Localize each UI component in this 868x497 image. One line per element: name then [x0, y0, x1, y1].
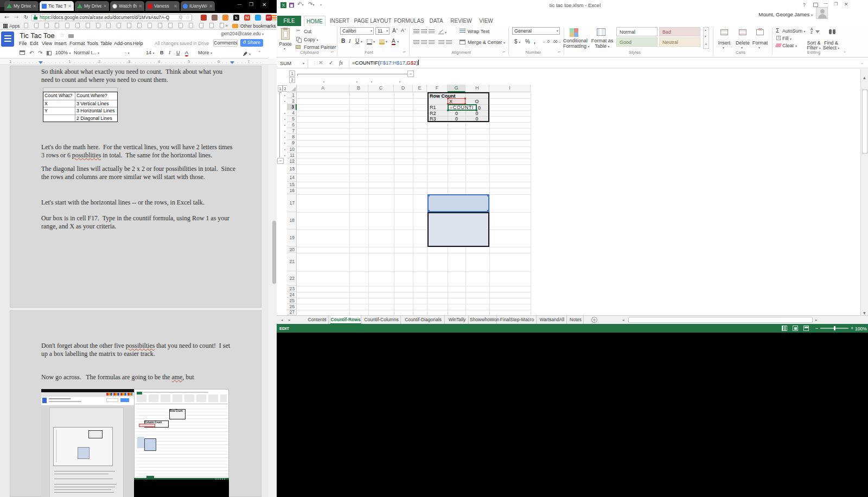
increase-font-icon[interactable]: A˄: [392, 28, 398, 34]
sheet-tab-showwhowon[interactable]: ShowwhoWon: [470, 316, 497, 324]
font-name-select[interactable]: Calibri▾: [340, 27, 374, 35]
chrome-minimize-button[interactable]: —: [237, 2, 242, 7]
column-outline-level-2[interactable]: 2: [289, 77, 295, 83]
bookmark-item[interactable]: [148, 23, 152, 28]
column-header-G[interactable]: G: [448, 85, 465, 92]
criteria-range-highlight-g2[interactable]: X: [448, 98, 465, 104]
orientation-arrow[interactable]: ▾: [445, 30, 446, 34]
cell-f4[interactable]: R2: [430, 111, 436, 116]
browser-tab-watch-th[interactable]: Watch th✕: [110, 1, 144, 11]
select-all-corner[interactable]: [287, 85, 297, 92]
bookmark-star-icon[interactable]: ☆: [186, 15, 190, 20]
scroll-down-icon[interactable]: ▼: [863, 311, 866, 315]
editing-cell-g3[interactable]: =COUNTI: [448, 104, 477, 111]
sheet-tab-countif-columns[interactable]: Countif-Columns: [362, 316, 401, 324]
format-button[interactable]: Format: [750, 40, 770, 46]
bookmark-item[interactable]: [86, 23, 90, 28]
help-icon[interactable]: ?: [803, 2, 806, 8]
doc-scrollbar[interactable]: [268, 65, 277, 497]
conditional-formatting-button[interactable]: Conditional: [563, 38, 587, 43]
row-header-21[interactable]: 21: [287, 253, 297, 271]
comments-button[interactable]: Comments: [213, 39, 238, 47]
bookmark-item[interactable]: [34, 23, 39, 28]
column-header-B[interactable]: B: [349, 85, 368, 92]
alignment-dialog-launcher[interactable]: ⌐: [502, 50, 506, 54]
browser-tab-tic-tac-t[interactable]: Tic Tac T✕: [40, 1, 74, 11]
back-icon[interactable]: ←: [4, 15, 9, 20]
decrease-indent-icon[interactable]: [438, 40, 444, 45]
tab-close-icon[interactable]: ✕: [103, 4, 107, 9]
text-color-button[interactable]: A: [185, 49, 188, 56]
doc-page-1[interactable]: Count What?Count Where?X3 Vertical Lines…: [10, 66, 261, 308]
extension-icon-1[interactable]: [201, 15, 207, 21]
extension-icon-3[interactable]: [222, 15, 228, 21]
redo-icon[interactable]: ↷: [38, 50, 42, 56]
increase-decimal-button[interactable]: ←.0: [542, 40, 550, 43]
document-canvas[interactable]: Count What?Count Where?X3 Vertical Lines…: [0, 65, 268, 497]
row-header-15[interactable]: 15: [287, 182, 297, 188]
styles-gallery-scroll[interactable]: ▴▾≡: [703, 27, 709, 49]
sheet-tab-finalstep-macro[interactable]: FinalStep-Macro: [498, 316, 537, 324]
insert-arrow[interactable]: ▾: [723, 46, 724, 49]
bookmark-item[interactable]: [117, 23, 121, 28]
decrease-decimal-button[interactable]: .00→: [552, 40, 561, 43]
font-dialog-launcher[interactable]: ⌐: [403, 50, 406, 54]
right-indent-marker[interactable]: [230, 61, 234, 64]
clipboard-dialog-launcher[interactable]: ⌐: [331, 50, 334, 54]
row-header-16[interactable]: 16: [287, 188, 297, 194]
browser-tab-my-drive[interactable]: My Drive✕: [4, 1, 39, 11]
ribbon-tab-formulas[interactable]: FORMULAS: [394, 16, 424, 26]
sheet-tab-countif-rows[interactable]: Countif-Rows: [330, 316, 361, 324]
font-size-select[interactable]: 11▾: [375, 27, 390, 35]
tab-close-icon[interactable]: ✕: [68, 4, 72, 9]
browser-tab-vaness[interactable]: Vaness✕: [145, 1, 180, 11]
underline-button[interactable]: U: [176, 49, 180, 56]
name-box[interactable]: SUM▾: [277, 59, 308, 68]
row-header-4[interactable]: 4: [287, 110, 297, 116]
bookmark-item[interactable]: [24, 23, 28, 28]
format-arrow[interactable]: ▾: [758, 46, 760, 49]
conditional-formatting-label2[interactable]: Formatting ▾: [563, 43, 587, 49]
column-header-I[interactable]: I: [489, 85, 531, 92]
font-size-select[interactable]: 14 ▾: [146, 49, 155, 56]
left-indent-marker[interactable]: [39, 61, 43, 64]
docs-menu-edit[interactable]: Edit: [30, 41, 39, 46]
print-icon[interactable]: [20, 50, 25, 55]
clear-button[interactable]: Clear ▾: [782, 43, 797, 48]
docs-menu-file[interactable]: File: [19, 41, 27, 46]
zoom-level[interactable]: 100%: [855, 326, 867, 332]
format-as-table-label2[interactable]: Table ▾: [590, 43, 614, 49]
cell-g5[interactable]: 0: [448, 116, 465, 122]
font-select[interactable]: - ▾: [125, 49, 130, 56]
tab-close-icon[interactable]: ✕: [174, 4, 177, 9]
column-outline-level-1[interactable]: 1: [289, 71, 295, 77]
edit-mode-arrow[interactable]: ▾: [249, 52, 251, 56]
gmail-extension-icon[interactable]: M: [244, 15, 250, 21]
row-header-5[interactable]: 5: [287, 116, 297, 122]
wrap-text-button[interactable]: Wrap Text: [468, 29, 489, 34]
doc-scrollbar-thumb[interactable]: [272, 221, 276, 284]
formula-input[interactable]: =COUNTIF(F$17:H$17,G$2): [352, 60, 419, 66]
edit-mode-pencil-icon[interactable]: [243, 52, 247, 56]
apps-grid-icon[interactable]: [3, 24, 8, 28]
column-header-E[interactable]: E: [413, 85, 427, 92]
bordered-box-f18h19[interactable]: [427, 212, 489, 247]
bold-button[interactable]: B: [160, 49, 164, 56]
align-bottom-icon[interactable]: [429, 29, 435, 34]
forward-icon[interactable]: →: [14, 15, 18, 20]
row-header-27[interactable]: 27: [287, 310, 297, 315]
orientation-icon[interactable]: [438, 29, 444, 34]
docs-menu-tools[interactable]: Tools: [87, 41, 98, 46]
close-icon[interactable]: ✕: [844, 2, 848, 7]
sheet-tab-countif-diagonals[interactable]: Countif-Diagonals: [402, 316, 445, 324]
row-header-25[interactable]: 25: [287, 298, 297, 304]
cell-style-bad[interactable]: Bad: [659, 27, 700, 36]
autosum-button[interactable]: AutoSum ▾: [782, 28, 806, 34]
row-header-17[interactable]: 17: [287, 194, 297, 212]
chrome-menu-icon[interactable]: [272, 15, 277, 20]
redo-icon[interactable]: ↷▾: [308, 1, 314, 7]
extension-icon-k[interactable]: k: [233, 15, 239, 21]
row-header-20[interactable]: 20: [287, 247, 297, 253]
star-icon[interactable]: ☆: [60, 32, 65, 38]
new-sheet-button[interactable]: +: [591, 317, 597, 323]
